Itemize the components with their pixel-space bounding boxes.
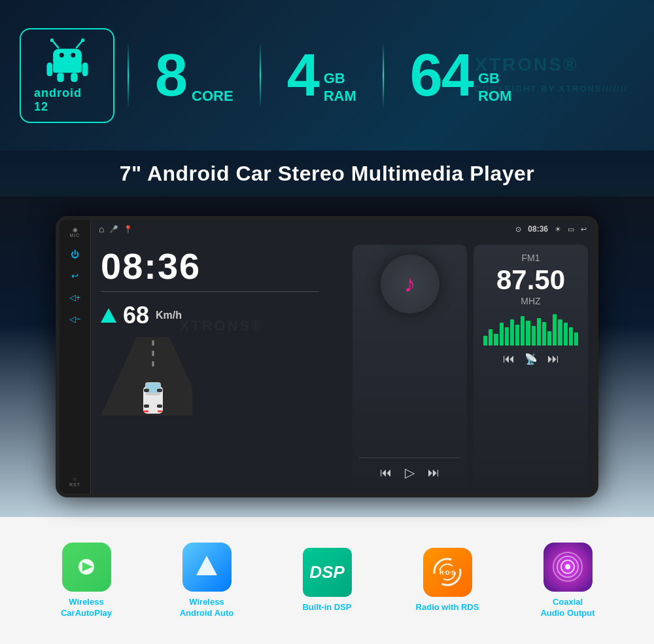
radio-frequency: 87.50 xyxy=(496,266,565,294)
location-status-icon: 📍 xyxy=(124,225,133,234)
clock-display: 08:36 xyxy=(101,248,343,285)
speed-unit: Km/h xyxy=(156,310,182,321)
android-auto-label-line1: Wireless xyxy=(189,597,224,607)
music-note-icon: ♪ xyxy=(404,270,416,298)
svg-rect-20 xyxy=(157,389,162,392)
mic-icon: ◉ xyxy=(73,226,78,233)
svg-point-32 xyxy=(565,564,570,569)
gps-icon: ⊙ xyxy=(515,225,521,234)
svg-point-3 xyxy=(81,38,84,41)
product-title: 7" Android Car Stereo Multimedia Player xyxy=(120,162,535,186)
coaxial-label-line1: Coaxial xyxy=(553,597,583,607)
spec-divider-1 xyxy=(128,43,129,108)
music-divider xyxy=(359,457,460,458)
screen-watermark: XTRONS® xyxy=(180,317,264,334)
spec-divider-2 xyxy=(260,43,261,108)
svg-point-5 xyxy=(59,52,63,57)
svg-rect-21 xyxy=(144,410,148,412)
widget-clock-speed: XTRONS® 08:36 68 Km/h xyxy=(97,245,346,487)
svg-rect-10 xyxy=(57,73,64,82)
spec-number-rom: 64 xyxy=(410,46,473,105)
xtrons-watermark: XTRONS®copyright by xtrons/////// xyxy=(475,54,628,96)
svg-point-1 xyxy=(50,38,53,41)
radio-bar xyxy=(505,327,509,346)
radio-bar xyxy=(510,319,514,346)
mic-status-icon: 🎤 xyxy=(109,225,118,234)
carplay-svg xyxy=(72,552,101,582)
radio-next-button[interactable]: ⏭ xyxy=(547,352,559,366)
screen-icon[interactable]: ▭ xyxy=(568,225,574,234)
radio-bar xyxy=(553,314,557,346)
back-button[interactable]: ↩ xyxy=(71,271,78,281)
radio-bar xyxy=(569,327,573,346)
status-bar-left: ⌂ 🎤 📍 xyxy=(99,224,133,234)
mic-label: MIC xyxy=(70,233,80,238)
coaxial-svg xyxy=(550,549,586,585)
feature-carplay: Wireless CarAutoPlay xyxy=(41,543,132,619)
power-button[interactable]: ⏻ xyxy=(71,249,79,259)
radio-unit: MHZ xyxy=(521,296,540,306)
svg-rect-22 xyxy=(158,410,162,412)
feature-coaxial: Coaxial Audio Output xyxy=(522,543,613,619)
status-bar-right: ⊙ 08:36 ☀ ▭ ↩ xyxy=(515,224,587,234)
spec-number-ram: 4 xyxy=(287,46,318,105)
radio-bar xyxy=(532,326,536,346)
status-time: 08:36 xyxy=(528,224,548,234)
radio-antenna-icon: 📡 xyxy=(525,353,538,365)
dsp-icon: DSP xyxy=(303,548,352,597)
spec-number-core: 8 xyxy=(155,46,186,105)
device-screen: ⌂ 🎤 📍 ⊙ 08:36 ☀ ▭ ↩ XTRONS® 08:3 xyxy=(91,220,594,493)
svg-rect-19 xyxy=(144,389,149,392)
android-auto-icon xyxy=(182,543,232,592)
radio-bar xyxy=(537,318,541,346)
svg-line-2 xyxy=(77,41,82,48)
home-icon[interactable]: ⌂ xyxy=(99,224,104,234)
carplay-label-line1: Wireless xyxy=(69,597,103,607)
status-bar: ⌂ 🎤 📍 ⊙ 08:36 ☀ ▭ ↩ xyxy=(91,220,594,238)
widget-music: ♪ ⏮ ▷ ⏭ xyxy=(353,245,467,487)
android-logo-icon xyxy=(44,37,90,83)
music-controls: ⏮ ▷ ⏭ xyxy=(380,465,439,480)
volume-down-button[interactable]: ◁− xyxy=(69,314,81,324)
radio-bar xyxy=(489,329,492,346)
radio-prev-button[interactable]: ⏮ xyxy=(503,352,515,366)
radio-controls: ⏮ 📡 ⏭ xyxy=(503,352,559,366)
spec-item-ram: 4 GB RAM xyxy=(274,46,370,105)
features-bar: Wireless CarAutoPlay Wireless Android Au… xyxy=(0,517,654,644)
top-banner: android 12 8 CORE 4 GB RAM 64 GB ROM xyxy=(0,0,654,151)
android-auto-svg xyxy=(192,552,222,582)
lane-view-svg xyxy=(101,337,192,416)
spec-item-core: 8 CORE xyxy=(142,46,247,105)
brightness-icon[interactable]: ☀ xyxy=(555,225,561,234)
music-next-button[interactable]: ⏭ xyxy=(428,466,439,480)
rst-dot: ○ xyxy=(73,476,77,482)
dsp-label: Built-in DSP xyxy=(302,602,351,613)
radio-bar xyxy=(574,332,578,346)
spec-unit-ram-gb: GB xyxy=(324,70,356,87)
coaxial-label-line2: Audio Output xyxy=(540,608,594,618)
svg-point-6 xyxy=(71,52,75,57)
rds-label: Radio with RDS xyxy=(416,602,479,613)
rds-svg: R·D·S xyxy=(430,554,466,590)
svg-marker-25 xyxy=(196,556,217,575)
coaxial-icon xyxy=(543,543,593,592)
volume-up-button[interactable]: ◁+ xyxy=(69,293,81,302)
carplay-label-line2: CarAutoPlay xyxy=(61,608,112,618)
carplay-label: Wireless CarAutoPlay xyxy=(61,597,112,619)
lane-view xyxy=(101,337,192,416)
back-nav-icon[interactable]: ↩ xyxy=(581,225,587,234)
music-album-art: ♪ xyxy=(381,255,439,313)
coaxial-label: Coaxial Audio Output xyxy=(540,597,594,619)
radio-spectrum xyxy=(480,313,581,346)
radio-bar xyxy=(515,325,519,346)
feature-rds: R·D·S Radio with RDS xyxy=(402,548,493,613)
rds-icon: R·D·S xyxy=(423,548,472,597)
music-prev-button[interactable]: ⏮ xyxy=(380,466,392,480)
svg-rect-17 xyxy=(144,404,149,408)
radio-bar xyxy=(526,321,530,346)
navigation-arrow-icon xyxy=(101,308,116,323)
music-play-button[interactable]: ▷ xyxy=(405,465,415,480)
radio-bar xyxy=(483,336,487,346)
spec-unit-core: CORE xyxy=(192,88,233,105)
svg-text:R·D·S: R·D·S xyxy=(439,569,455,576)
